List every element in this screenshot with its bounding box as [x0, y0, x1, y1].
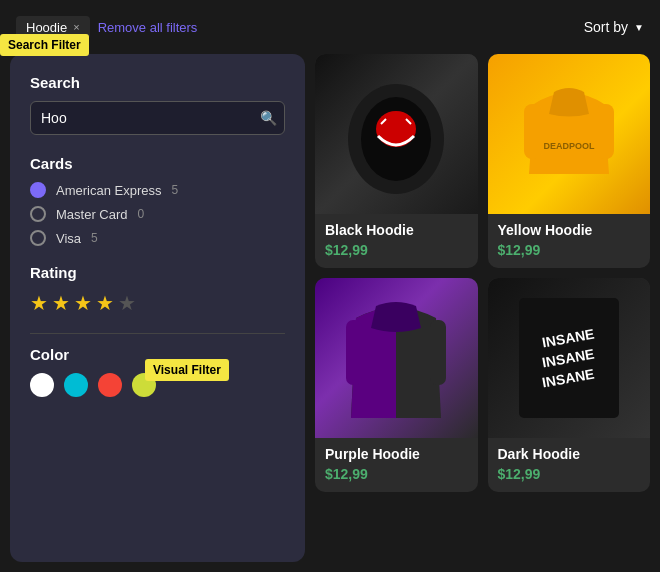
svg-rect-7 — [596, 104, 614, 159]
star-4[interactable]: ★ — [96, 291, 114, 315]
color-white[interactable] — [30, 373, 54, 397]
product-image-dark-hoodie: INSANE INSANE INSANE — [488, 278, 651, 438]
svg-rect-9 — [346, 320, 362, 385]
product-info-dark-hoodie: Dark Hoodie $12,99 — [488, 438, 651, 492]
visual-filter-annotation: Visual Filter — [145, 359, 229, 381]
star-3[interactable]: ★ — [74, 291, 92, 315]
cards-section: Cards American Express 5 Master Card 0 V… — [30, 155, 285, 246]
product-info-black-hoodie: Black Hoodie $12,99 — [315, 214, 478, 268]
filter-tag-close[interactable]: × — [73, 21, 79, 33]
master-card-count: 0 — [138, 207, 145, 221]
product-price-black-hoodie: $12,99 — [325, 242, 468, 258]
products-grid: Black Hoodie $12,99 DEADPOOL Yellow — [315, 54, 650, 492]
svg-text:DEADPOOL: DEADPOOL — [543, 141, 595, 151]
product-price-purple-hoodie: $12,99 — [325, 466, 468, 482]
color-cyan[interactable] — [64, 373, 88, 397]
rating-section-title: Rating — [30, 264, 285, 281]
search-section-title: Search — [30, 74, 285, 91]
svg-rect-10 — [430, 320, 446, 385]
product-price-dark-hoodie: $12,99 — [498, 466, 641, 482]
products-area: Black Hoodie $12,99 DEADPOOL Yellow — [315, 54, 660, 572]
radio-american-express-indicator — [30, 182, 46, 198]
card-master-card[interactable]: Master Card 0 — [30, 206, 285, 222]
product-name-dark-hoodie: Dark Hoodie — [498, 446, 641, 462]
master-card-label: Master Card — [56, 207, 128, 222]
product-card-black-hoodie[interactable]: Black Hoodie $12,99 — [315, 54, 478, 268]
cards-section-title: Cards — [30, 155, 285, 172]
product-image-purple-hoodie — [315, 278, 478, 438]
search-wrapper: 🔍 — [30, 101, 285, 135]
radio-visa-indicator — [30, 230, 46, 246]
svg-rect-6 — [524, 104, 542, 159]
american-express-count: 5 — [171, 183, 178, 197]
card-american-express[interactable]: American Express 5 — [30, 182, 285, 198]
chevron-down-icon: ▼ — [634, 22, 644, 33]
search-input[interactable] — [30, 101, 285, 135]
star-1[interactable]: ★ — [30, 291, 48, 315]
radio-master-card-indicator — [30, 206, 46, 222]
filter-tags: Hoodie × Remove all filters — [16, 16, 584, 39]
divider — [30, 333, 285, 334]
product-name-purple-hoodie: Purple Hoodie — [325, 446, 468, 462]
product-name-black-hoodie: Black Hoodie — [325, 222, 468, 238]
stars-row[interactable]: ★ ★ ★ ★ ★ — [30, 291, 285, 315]
svg-point-3 — [376, 111, 416, 147]
star-2[interactable]: ★ — [52, 291, 70, 315]
product-image-black-hoodie — [315, 54, 478, 214]
product-card-purple-hoodie[interactable]: Purple Hoodie $12,99 — [315, 278, 478, 492]
top-bar: Hoodie × Remove all filters Sort by ▼ — [0, 0, 660, 54]
search-filter-annotation: Search Filter — [0, 34, 89, 56]
star-5[interactable]: ★ — [118, 291, 136, 315]
color-red[interactable] — [98, 373, 122, 397]
sort-by-label: Sort by — [584, 19, 628, 35]
sort-by-button[interactable]: Sort by ▼ — [584, 19, 644, 35]
product-info-purple-hoodie: Purple Hoodie $12,99 — [315, 438, 478, 492]
product-price-yellow-hoodie: $12,99 — [498, 242, 641, 258]
filter-tag-label: Hoodie — [26, 20, 67, 35]
visa-count: 5 — [91, 231, 98, 245]
main-layout: Search Filter Radio Filter Rating Filter… — [0, 54, 660, 572]
american-express-label: American Express — [56, 183, 161, 198]
search-submit-button[interactable]: 🔍 — [260, 110, 277, 126]
product-image-yellow-hoodie: DEADPOOL — [488, 54, 651, 214]
product-name-yellow-hoodie: Yellow Hoodie — [498, 222, 641, 238]
rating-section: Rating ★ ★ ★ ★ ★ — [30, 264, 285, 315]
product-card-dark-hoodie[interactable]: INSANE INSANE INSANE Dark Hoodie $12,99 — [488, 278, 651, 492]
filter-sidebar: Search Filter Radio Filter Rating Filter… — [10, 54, 305, 562]
visa-label: Visa — [56, 231, 81, 246]
product-card-yellow-hoodie[interactable]: DEADPOOL Yellow Hoodie $12,99 — [488, 54, 651, 268]
card-visa[interactable]: Visa 5 — [30, 230, 285, 246]
product-info-yellow-hoodie: Yellow Hoodie $12,99 — [488, 214, 651, 268]
remove-all-filters-link[interactable]: Remove all filters — [98, 20, 198, 35]
